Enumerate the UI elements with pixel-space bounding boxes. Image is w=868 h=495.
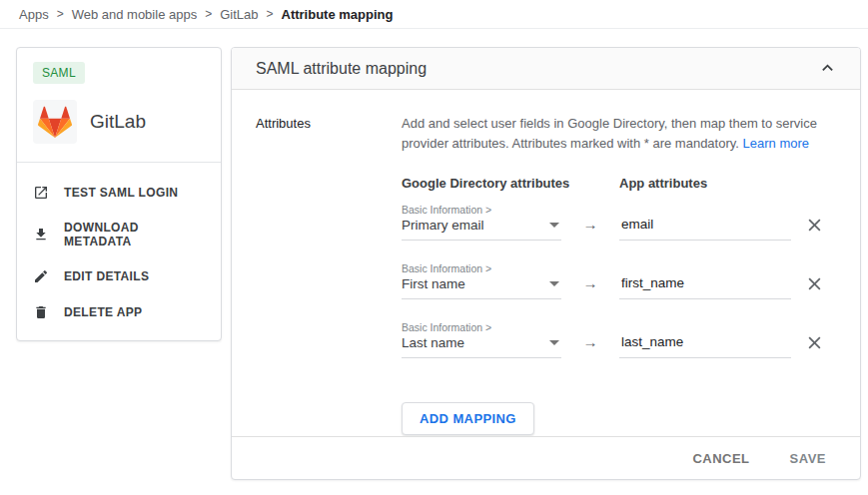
page-content: SAML GitLab TEST SAML LOGIN <box>0 29 868 480</box>
menu-item-label: DOWNLOAD METADATA <box>64 221 205 248</box>
edit-details-button[interactable]: EDIT DETAILS <box>17 258 221 294</box>
learn-more-link[interactable]: Learn more <box>743 136 809 151</box>
panel-title: SAML attribute mapping <box>256 60 427 78</box>
chevron-up-icon <box>821 62 834 75</box>
download-metadata-button[interactable]: DOWNLOAD METADATA <box>17 211 221 258</box>
collapse-panel-button[interactable] <box>819 60 836 77</box>
attribute-category: Basic Information > <box>402 262 561 274</box>
panel-body: Attributes Add and select user fields in… <box>232 90 860 436</box>
app-attribute-input[interactable] <box>619 217 791 241</box>
app-attributes-column-header: App attributes <box>619 176 707 191</box>
save-button[interactable]: SAVE <box>778 443 838 474</box>
arrow-drop-down-icon <box>549 281 559 286</box>
open-in-new-icon <box>33 185 49 201</box>
breadcrumb-separator: > <box>205 7 212 21</box>
cancel-button[interactable]: CANCEL <box>680 443 761 474</box>
google-directory-attributes-column-header: Google Directory attributes <box>402 176 619 191</box>
saml-attribute-mapping-panel: SAML attribute mapping Attributes Add an… <box>231 47 861 480</box>
panel-header[interactable]: SAML attribute mapping <box>232 48 860 90</box>
arrow-drop-down-icon <box>549 223 559 228</box>
app-summary-card: SAML GitLab TEST SAML LOGIN <box>16 47 222 341</box>
app-name: GitLab <box>90 111 146 133</box>
close-icon <box>807 218 822 233</box>
directory-attribute-select[interactable]: Basic Information > Last name <box>402 321 561 358</box>
breadcrumb-separator: > <box>267 7 274 21</box>
app-identity: GitLab <box>17 98 221 162</box>
remove-mapping-button[interactable] <box>805 274 824 293</box>
breadcrumb-attribute-mapping: Attribute mapping <box>282 7 394 22</box>
attributes-description: Add and select user fields in Google Dir… <box>402 114 836 154</box>
mapping-row: Basic Information > First name → <box>402 262 836 299</box>
arrow-drop-down-icon <box>549 340 559 345</box>
app-attribute-input[interactable] <box>619 334 791 358</box>
directory-attribute-select[interactable]: Basic Information > Primary email <box>402 204 561 241</box>
gitlab-tanuki-icon <box>33 100 77 144</box>
mapping-row: Basic Information > Primary email → <box>402 204 836 241</box>
mapping-row: Basic Information > Last name → <box>402 321 836 358</box>
right-arrow-icon: → <box>561 216 619 241</box>
saml-badge: SAML <box>33 62 85 84</box>
app-actions-menu: TEST SAML LOGIN DOWNLOAD METADATA EDIT D… <box>17 163 221 340</box>
remove-mapping-button[interactable] <box>805 216 824 235</box>
breadcrumb-web-and-mobile-apps[interactable]: Web and mobile apps <box>72 7 198 22</box>
menu-item-label: EDIT DETAILS <box>64 269 149 283</box>
selected-directory-attribute: Primary email <box>402 218 561 233</box>
delete-app-button[interactable]: DELETE APP <box>17 294 221 330</box>
selected-directory-attribute: First name <box>402 276 561 291</box>
right-arrow-icon: → <box>561 274 619 299</box>
close-icon <box>807 335 822 350</box>
breadcrumb-gitlab[interactable]: GitLab <box>220 7 258 22</box>
panel-footer: CANCEL SAVE <box>232 436 860 479</box>
breadcrumb-separator: > <box>57 7 64 21</box>
breadcrumb: Apps > Web and mobile apps > GitLab > At… <box>0 0 868 29</box>
download-icon <box>33 227 49 243</box>
attribute-category: Basic Information > <box>402 321 561 333</box>
selected-directory-attribute: Last name <box>402 335 561 350</box>
pencil-icon <box>33 268 49 284</box>
attributes-section-label: Attributes <box>256 114 402 436</box>
trash-icon <box>33 304 49 320</box>
close-icon <box>807 276 822 291</box>
menu-item-label: TEST SAML LOGIN <box>64 186 178 200</box>
menu-item-label: DELETE APP <box>64 305 142 319</box>
remove-mapping-button[interactable] <box>805 333 824 352</box>
app-attribute-input[interactable] <box>619 275 791 299</box>
test-saml-login-button[interactable]: TEST SAML LOGIN <box>17 175 221 211</box>
mapping-table: Google Directory attributes App attribut… <box>402 176 836 435</box>
attribute-category: Basic Information > <box>402 204 561 216</box>
attributes-section-content: Add and select user fields in Google Dir… <box>402 114 836 436</box>
right-arrow-icon: → <box>561 333 619 358</box>
directory-attribute-select[interactable]: Basic Information > First name <box>402 262 561 299</box>
mapping-table-header: Google Directory attributes App attribut… <box>402 176 836 191</box>
add-mapping-button[interactable]: ADD MAPPING <box>402 402 534 435</box>
breadcrumb-apps[interactable]: Apps <box>19 7 49 22</box>
